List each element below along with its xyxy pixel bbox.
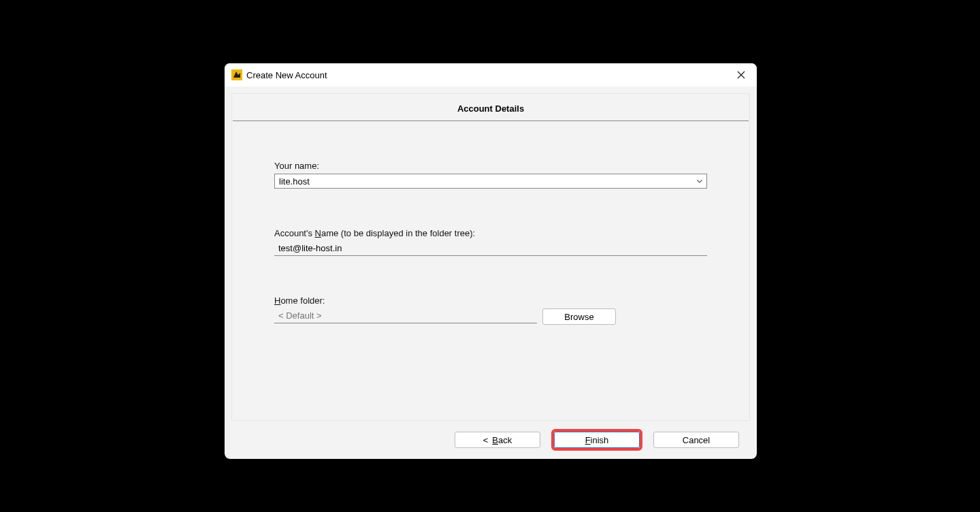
- create-account-dialog: Create New Account Account Details Your …: [225, 63, 757, 459]
- finish-highlight: Finish: [551, 429, 642, 451]
- your-name-label: Your name:: [274, 161, 707, 171]
- your-name-value: lite.host: [275, 176, 310, 187]
- account-name-label: Account's Name (to be displayed in the f…: [274, 228, 707, 238]
- app-icon: [231, 69, 242, 80]
- cancel-button[interactable]: Cancel: [653, 432, 739, 448]
- home-folder-field: Home folder: Browse: [274, 295, 707, 325]
- your-name-field: Your name: lite.host: [274, 161, 707, 189]
- home-folder-input[interactable]: [274, 308, 537, 323]
- chevron-down-icon: [693, 174, 706, 188]
- close-button[interactable]: [725, 63, 757, 86]
- account-details-panel: Account Details Your name: lite.host Acc…: [231, 93, 750, 421]
- dialog-title: Create New Account: [246, 70, 327, 80]
- browse-button[interactable]: Browse: [542, 308, 616, 325]
- your-name-combo[interactable]: lite.host: [274, 174, 707, 189]
- finish-button[interactable]: Finish: [554, 432, 640, 448]
- back-caret-icon: <: [483, 435, 489, 445]
- dialog-body: Account Details Your name: lite.host Acc…: [225, 86, 757, 459]
- close-icon: [737, 71, 745, 79]
- home-folder-row: Browse: [274, 308, 707, 325]
- panel-content: Your name: lite.host Account's Name (to …: [232, 121, 749, 364]
- panel-header: Account Details: [233, 94, 749, 121]
- dialog-footer: < Back Finish Cancel: [231, 421, 750, 459]
- back-button[interactable]: < Back: [455, 432, 540, 448]
- account-name-field: Account's Name (to be displayed in the f…: [274, 228, 707, 256]
- titlebar: Create New Account: [225, 63, 757, 86]
- account-name-input[interactable]: [274, 241, 707, 256]
- home-folder-label: Home folder:: [274, 295, 707, 306]
